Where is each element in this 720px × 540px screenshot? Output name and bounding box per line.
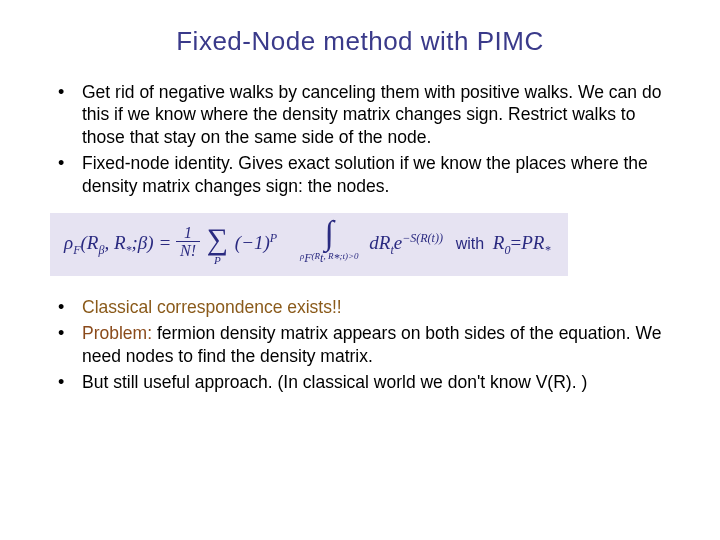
bullet-text: But still useful approach. (In classical…: [82, 372, 587, 392]
eq-lhs-rho: ρ: [64, 232, 73, 253]
slide-title: Fixed-Node method with PIMC: [40, 26, 680, 57]
eq-exp: −S(R(t)): [402, 230, 443, 244]
equation-container: ρF(Rβ, R*;β) = 1 N! ∑ P (−1)P ∫ ρF(Rt, R…: [50, 213, 680, 276]
eq-sigma: ∑: [207, 222, 228, 255]
eq-minus1-sup: P: [270, 230, 277, 244]
bullet-list-bottom: Classical correspondence exists!! Proble…: [40, 296, 680, 394]
eq-dR: dR: [369, 232, 390, 253]
equation: ρF(Rβ, R*;β) = 1 N! ∑ P (−1)P ∫ ρF(Rt, R…: [50, 213, 568, 276]
eq-lhs-close: ;β): [132, 232, 154, 253]
eq-frac-num: 1: [176, 225, 200, 242]
bullet-item: Classical correspondence exists!!: [58, 296, 680, 318]
bullet-item: But still useful approach. (In classical…: [58, 371, 680, 393]
eq-PR-sub: *: [544, 243, 550, 257]
eq-e: e: [394, 232, 402, 253]
eq-eq2: =: [510, 232, 521, 253]
eq-PR: PR: [521, 232, 544, 253]
eq-fraction: 1 N!: [176, 225, 200, 260]
bullet-text: fermion density matrix appears on both s…: [82, 323, 661, 365]
bullet-list-top: Get rid of negative walks by canceling t…: [40, 81, 680, 197]
eq-sum-sub: P: [207, 254, 228, 266]
eq-minus1: (−1): [235, 232, 270, 253]
eq-sum: ∑ P: [207, 227, 228, 266]
eq-with: with: [456, 235, 484, 252]
bullet-accent: Classical correspondence exists!!: [82, 297, 342, 317]
bullet-item: Fixed-node identity. Gives exact solutio…: [58, 152, 680, 197]
eq-equals: =: [158, 232, 171, 253]
bullet-item: Problem: fermion density matrix appears …: [58, 322, 680, 367]
eq-int-sub: ρF(Rt, R*;t)>0: [300, 251, 359, 266]
eq-frac-den: N!: [176, 242, 200, 260]
bullet-accent: Problem:: [82, 323, 152, 343]
eq-lhs-rest: , R: [104, 232, 125, 253]
eq-R0: R: [493, 232, 505, 253]
eq-lhs-args: (R: [80, 232, 98, 253]
eq-int-symbol: ∫: [325, 214, 334, 251]
bullet-item: Get rid of negative walks by canceling t…: [58, 81, 680, 148]
eq-integral: ∫ ρF(Rt, R*;t)>0: [300, 223, 359, 266]
